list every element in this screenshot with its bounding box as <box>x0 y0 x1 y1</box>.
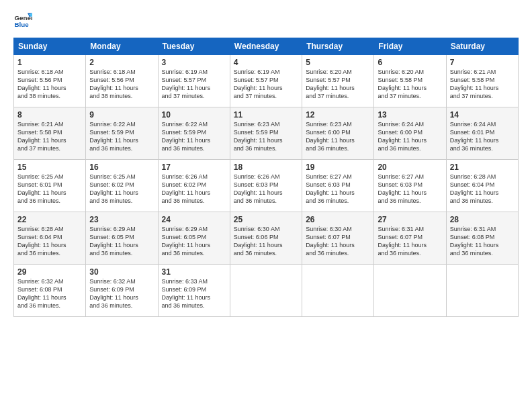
cell-sunrise: Sunrise: 6:33 AMSunset: 6:09 PMDaylight:… <box>162 278 211 309</box>
day-number: 16 <box>89 163 154 172</box>
day-number: 30 <box>89 267 154 277</box>
calendar-cell: 2Sunrise: 6:18 AMSunset: 5:56 PMDaylight… <box>86 55 158 107</box>
calendar-day-header: Friday <box>374 38 446 55</box>
calendar-cell: 6Sunrise: 6:20 AMSunset: 5:58 PMDaylight… <box>374 55 446 107</box>
calendar-cell: 4Sunrise: 6:19 AMSunset: 5:57 PMDaylight… <box>230 55 302 107</box>
calendar-cell <box>446 265 518 317</box>
cell-sunrise: Sunrise: 6:28 AMSunset: 6:04 PMDaylight:… <box>450 173 499 204</box>
cell-sunrise: Sunrise: 6:22 AMSunset: 5:59 PMDaylight:… <box>89 121 138 152</box>
svg-text:Blue: Blue <box>14 21 29 28</box>
day-number: 7 <box>450 58 515 67</box>
cell-sunrise: Sunrise: 6:23 AMSunset: 6:00 PMDaylight:… <box>306 121 355 152</box>
cell-sunrise: Sunrise: 6:30 AMSunset: 6:07 PMDaylight:… <box>306 226 355 257</box>
cell-sunrise: Sunrise: 6:18 AMSunset: 5:56 PMDaylight:… <box>89 68 138 99</box>
day-number: 5 <box>306 58 370 67</box>
calendar-cell: 1Sunrise: 6:18 AMSunset: 5:56 PMDaylight… <box>14 55 86 107</box>
calendar-cell: 23Sunrise: 6:29 AMSunset: 6:05 PMDayligh… <box>86 212 158 265</box>
day-number: 26 <box>306 215 370 224</box>
calendar-cell: 25Sunrise: 6:30 AMSunset: 6:06 PMDayligh… <box>230 212 302 265</box>
calendar-cell: 7Sunrise: 6:21 AMSunset: 5:58 PMDaylight… <box>446 55 518 107</box>
cell-sunrise: Sunrise: 6:25 AMSunset: 6:01 PMDaylight:… <box>17 173 66 204</box>
day-number: 18 <box>234 163 298 172</box>
page-container: General Blue SundayMondayTuesdayWednesda… <box>0 0 532 324</box>
calendar-cell: 10Sunrise: 6:22 AMSunset: 5:59 PMDayligh… <box>158 107 230 160</box>
cell-sunrise: Sunrise: 6:28 AMSunset: 6:04 PMDaylight:… <box>17 226 66 257</box>
day-number: 12 <box>306 110 370 120</box>
calendar-cell: 24Sunrise: 6:29 AMSunset: 6:05 PMDayligh… <box>158 212 230 265</box>
calendar-cell: 12Sunrise: 6:23 AMSunset: 6:00 PMDayligh… <box>302 107 374 160</box>
calendar-table: SundayMondayTuesdayWednesdayThursdayFrid… <box>13 38 519 317</box>
calendar-cell: 15Sunrise: 6:25 AMSunset: 6:01 PMDayligh… <box>14 160 86 212</box>
calendar-cell: 29Sunrise: 6:32 AMSunset: 6:08 PMDayligh… <box>14 265 86 317</box>
calendar-day-header: Tuesday <box>158 38 230 55</box>
cell-sunrise: Sunrise: 6:23 AMSunset: 5:59 PMDaylight:… <box>234 121 283 152</box>
calendar-cell: 22Sunrise: 6:28 AMSunset: 6:04 PMDayligh… <box>14 212 86 265</box>
cell-sunrise: Sunrise: 6:26 AMSunset: 6:03 PMDaylight:… <box>234 173 283 204</box>
day-number: 31 <box>162 267 226 277</box>
day-number: 3 <box>162 58 226 67</box>
day-number: 9 <box>89 110 154 120</box>
day-number: 8 <box>17 110 82 120</box>
day-number: 17 <box>162 163 226 172</box>
day-number: 11 <box>234 110 298 120</box>
calendar-cell: 5Sunrise: 6:20 AMSunset: 5:57 PMDaylight… <box>302 55 374 107</box>
calendar-day-header: Saturday <box>446 38 518 55</box>
day-number: 13 <box>378 110 442 120</box>
calendar-cell: 20Sunrise: 6:27 AMSunset: 6:03 PMDayligh… <box>374 160 446 212</box>
calendar-cell: 16Sunrise: 6:25 AMSunset: 6:02 PMDayligh… <box>86 160 158 212</box>
page-header: General Blue <box>13 11 519 30</box>
day-number: 15 <box>17 163 82 172</box>
cell-sunrise: Sunrise: 6:25 AMSunset: 6:02 PMDaylight:… <box>89 173 138 204</box>
calendar-cell: 18Sunrise: 6:26 AMSunset: 6:03 PMDayligh… <box>230 160 302 212</box>
cell-sunrise: Sunrise: 6:21 AMSunset: 5:58 PMDaylight:… <box>450 68 499 99</box>
day-number: 14 <box>450 110 515 120</box>
calendar-week-row: 22Sunrise: 6:28 AMSunset: 6:04 PMDayligh… <box>14 212 519 265</box>
calendar-cell: 13Sunrise: 6:24 AMSunset: 6:00 PMDayligh… <box>374 107 446 160</box>
day-number: 27 <box>378 215 442 224</box>
calendar-cell: 27Sunrise: 6:31 AMSunset: 6:07 PMDayligh… <box>374 212 446 265</box>
day-number: 25 <box>234 215 298 224</box>
cell-sunrise: Sunrise: 6:21 AMSunset: 5:58 PMDaylight:… <box>17 121 66 152</box>
cell-sunrise: Sunrise: 6:20 AMSunset: 5:58 PMDaylight:… <box>378 68 427 99</box>
calendar-cell: 11Sunrise: 6:23 AMSunset: 5:59 PMDayligh… <box>230 107 302 160</box>
cell-sunrise: Sunrise: 6:32 AMSunset: 6:09 PMDaylight:… <box>89 278 138 309</box>
cell-sunrise: Sunrise: 6:32 AMSunset: 6:08 PMDaylight:… <box>17 278 66 309</box>
cell-sunrise: Sunrise: 6:31 AMSunset: 6:07 PMDaylight:… <box>378 226 427 257</box>
cell-sunrise: Sunrise: 6:24 AMSunset: 6:00 PMDaylight:… <box>378 121 427 152</box>
cell-sunrise: Sunrise: 6:27 AMSunset: 6:03 PMDaylight:… <box>306 173 355 204</box>
calendar-cell: 3Sunrise: 6:19 AMSunset: 5:57 PMDaylight… <box>158 55 230 107</box>
calendar-cell: 19Sunrise: 6:27 AMSunset: 6:03 PMDayligh… <box>302 160 374 212</box>
calendar-cell <box>302 265 374 317</box>
calendar-cell: 30Sunrise: 6:32 AMSunset: 6:09 PMDayligh… <box>86 265 158 317</box>
calendar-cell: 17Sunrise: 6:26 AMSunset: 6:02 PMDayligh… <box>158 160 230 212</box>
calendar-week-row: 29Sunrise: 6:32 AMSunset: 6:08 PMDayligh… <box>14 265 519 317</box>
calendar-cell <box>230 265 302 317</box>
calendar-cell: 28Sunrise: 6:31 AMSunset: 6:08 PMDayligh… <box>446 212 518 265</box>
cell-sunrise: Sunrise: 6:20 AMSunset: 5:57 PMDaylight:… <box>306 68 355 99</box>
day-number: 4 <box>234 58 298 67</box>
calendar-cell: 31Sunrise: 6:33 AMSunset: 6:09 PMDayligh… <box>158 265 230 317</box>
day-number: 22 <box>17 215 82 224</box>
calendar-week-row: 8Sunrise: 6:21 AMSunset: 5:58 PMDaylight… <box>14 107 519 160</box>
calendar-cell: 21Sunrise: 6:28 AMSunset: 6:04 PMDayligh… <box>446 160 518 212</box>
calendar-week-row: 15Sunrise: 6:25 AMSunset: 6:01 PMDayligh… <box>14 160 519 212</box>
calendar-day-header: Sunday <box>14 38 86 55</box>
day-number: 28 <box>450 215 515 224</box>
cell-sunrise: Sunrise: 6:22 AMSunset: 5:59 PMDaylight:… <box>162 121 211 152</box>
cell-sunrise: Sunrise: 6:27 AMSunset: 6:03 PMDaylight:… <box>378 173 427 204</box>
day-number: 2 <box>89 58 154 67</box>
calendar-cell: 9Sunrise: 6:22 AMSunset: 5:59 PMDaylight… <box>86 107 158 160</box>
cell-sunrise: Sunrise: 6:18 AMSunset: 5:56 PMDaylight:… <box>17 68 66 99</box>
calendar-header-row: SundayMondayTuesdayWednesdayThursdayFrid… <box>14 38 519 55</box>
calendar-week-row: 1Sunrise: 6:18 AMSunset: 5:56 PMDaylight… <box>14 55 519 107</box>
day-number: 19 <box>306 163 370 172</box>
day-number: 1 <box>17 58 82 67</box>
day-number: 23 <box>89 215 154 224</box>
cell-sunrise: Sunrise: 6:19 AMSunset: 5:57 PMDaylight:… <box>234 68 283 99</box>
calendar-cell: 14Sunrise: 6:24 AMSunset: 6:01 PMDayligh… <box>446 107 518 160</box>
calendar-day-header: Monday <box>86 38 158 55</box>
logo: General Blue <box>13 11 35 30</box>
cell-sunrise: Sunrise: 6:30 AMSunset: 6:06 PMDaylight:… <box>234 226 283 257</box>
cell-sunrise: Sunrise: 6:24 AMSunset: 6:01 PMDaylight:… <box>450 121 499 152</box>
calendar-day-header: Thursday <box>302 38 374 55</box>
